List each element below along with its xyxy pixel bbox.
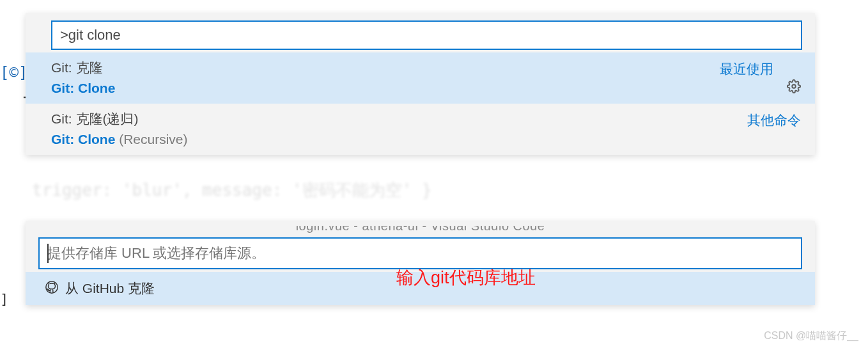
window-title: login.vue - athena-ui - Visual Studio Co… (26, 226, 815, 233)
command-result-list: Git: 克隆 Git: Clone 最近使用 Git: 克隆(递归) Git:… (26, 52, 815, 155)
command-input[interactable] (60, 27, 793, 44)
command-result-title: Git: 克隆(递归) (51, 110, 802, 128)
command-palette: Git: 克隆 Git: Clone 最近使用 Git: 克隆(递归) Git:… (26, 13, 815, 155)
command-result-item[interactable]: Git: 克隆(递归) Git: Clone (Recursive) 其他命令 (26, 104, 815, 155)
clone-url-panel: login.vue - athena-ui - Visual Studio Co… (26, 221, 815, 305)
command-result-subtitle: Git: Clone (51, 81, 802, 96)
command-input-wrapper[interactable] (51, 20, 802, 50)
repo-url-input[interactable] (47, 245, 793, 262)
url-input-wrapper[interactable] (38, 237, 802, 269)
command-result-item[interactable]: Git: 克隆 Git: Clone 最近使用 (26, 52, 815, 104)
svg-point-0 (792, 84, 796, 88)
github-icon (45, 280, 59, 297)
gear-icon[interactable] (787, 79, 801, 96)
watermark-text: CSDN @喵喵酱仔__ (764, 329, 858, 343)
annotation-text: 输入git代码库地址 (396, 266, 536, 289)
editor-background-fragment: ] (0, 291, 8, 307)
editor-background-code: trigger: 'blur', message: '密码不能为空' } (32, 179, 432, 202)
command-result-title: Git: 克隆 (51, 59, 802, 77)
command-result-subtitle: Git: Clone (Recursive) (51, 132, 802, 147)
other-commands-label: 其他命令 (747, 111, 801, 129)
clone-option-label: 从 GitHub 克隆 (65, 280, 155, 297)
text-cursor (47, 244, 49, 263)
editor-background-fragment: [©] (0, 64, 27, 82)
recent-used-label: 最近使用 (720, 60, 773, 78)
